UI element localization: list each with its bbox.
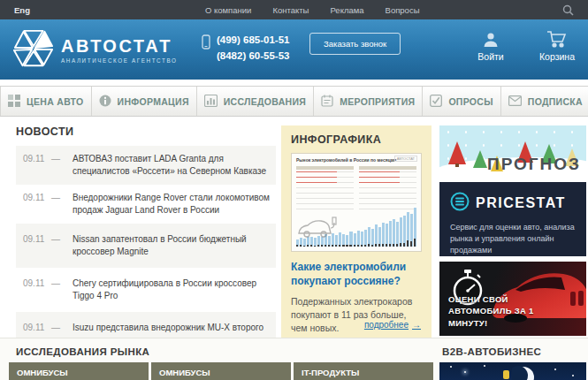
topbar-link-ads[interactable]: Реклама (330, 5, 363, 15)
infographic-image[interactable]: Рынок электромобилей в России по месяцам… (291, 153, 422, 252)
infographic-headline: Какие электромобили покупают россияне? (291, 261, 422, 288)
arrow-right-icon: → (412, 320, 421, 330)
topbar-link-contacts[interactable]: Контакты (272, 5, 309, 15)
news-link[interactable]: Nissan запатентовал в России бюджетный к… (73, 233, 271, 258)
more-link[interactable]: подробнее → (364, 320, 421, 330)
nav-item-surveys[interactable]: ОПРОСЫ (423, 87, 500, 116)
topbar-link-questions[interactable]: Вопросы (386, 5, 420, 15)
nav-label: ПОДПИСКА (528, 96, 583, 107)
news-date: 09.11 (23, 277, 51, 302)
nav-label: МЕРОПРИЯТИЯ (340, 96, 415, 107)
mini-table-new (296, 166, 354, 210)
banner-column: ПРОГНОЗ PRICESTAT Сервис для оценки авто… (439, 125, 586, 336)
mini-table-used (359, 166, 416, 210)
infographic-section: ИНФОГРАФИКА Рынок электромобилей в Росси… (281, 125, 431, 338)
nav-item-car-price[interactable]: ЦЕНА АВТО (0, 87, 92, 116)
tree-icon (473, 150, 487, 168)
language-switch[interactable]: Eng (14, 5, 30, 15)
news-row[interactable]: 09.11 — АВТОВАЗ поставит LADA Granta для… (16, 146, 276, 185)
dash: — (51, 277, 73, 302)
info-icon (99, 95, 111, 109)
cart-button[interactable]: Корзина (529, 29, 585, 62)
pricestat-banner[interactable]: PRICESTAT Сервис для оценки авто, анализ… (439, 182, 586, 256)
phone-number-1: (499) 685-01-51 (217, 33, 289, 49)
site-header: АВТОСТАТ АНАЛИТИЧЕСКОЕ АГЕНТСТВО (499) 6… (0, 19, 588, 80)
search-icon[interactable] (562, 4, 574, 16)
forecast-banner[interactable]: ПРОГНОЗ (439, 125, 586, 177)
event-icon (321, 95, 333, 109)
infographic-brand-badge: АВТОСТАТ (394, 156, 417, 162)
news-link[interactable]: АВТОВАЗ поставит LADA Granta для специал… (73, 153, 271, 178)
pricestat-description: Сервис для оценки авто, анализа рынка и … (450, 222, 576, 256)
star-icon (484, 365, 485, 367)
b2b-title: B2B-АВТОБИЗНЕС (442, 346, 541, 357)
table-header-omnibuses-1[interactable]: ОМНИБУСЫ (9, 362, 149, 380)
phone-number-2: (8482) 60-55-53 (217, 49, 289, 65)
bottom-section: ИССЛЕДОВАНИЯ РЫНКА B2B-АВТОБИЗНЕС ОМНИБУ… (0, 338, 588, 380)
dash: — (51, 192, 73, 217)
topbar-link-about[interactable]: О компании (205, 5, 251, 15)
tree-trunk (455, 163, 459, 167)
research-table-header: ОМНИБУСЫ ОМНИБУСЫ IT-ПРОДУКТЫ (9, 362, 433, 380)
main-nav: ЦЕНА АВТО ИНФОРМАЦИЯ ИССЛЕДОВАНИЯ МЕРОПР… (0, 86, 588, 117)
pricestat-logo-icon (450, 192, 470, 215)
nav-item-events[interactable]: МЕРОПРИЯТИЯ (314, 87, 423, 116)
phone-block: (499) 685-01-51 (8482) 60-55-53 (202, 33, 289, 65)
news-link[interactable]: Chery сертифицировала в России кроссовер… (73, 277, 271, 302)
grid-icon (8, 95, 20, 109)
forecast-label: ПРОГНОЗ (487, 155, 581, 174)
login-label: Войти (462, 51, 519, 62)
dash: — (51, 153, 73, 178)
estimate-label: ОЦЕНИ СВОЙ АВТОМОБИЛЬ ЗА 1 МИНУТУ! (448, 293, 554, 330)
mini-tables (296, 166, 416, 210)
nav-label: ИНФОРМАЦИЯ (118, 96, 189, 107)
news-title: НОВОСТИ (16, 125, 276, 138)
news-row[interactable]: 09.11 — Nissan запатентовал в России бюд… (16, 224, 276, 268)
checkbox-icon (430, 95, 442, 109)
topbar-links: О компании Контакты Реклама Вопросы (205, 5, 419, 15)
logo-hexagon-icon (13, 28, 54, 72)
login-button[interactable]: Войти (462, 29, 519, 62)
nav-label: ИССЛЕДОВАНИЯ (224, 96, 306, 107)
news-date: 09.11 (23, 192, 51, 217)
news-row[interactable]: 09.11 — Chery сертифицировала в России к… (16, 268, 276, 312)
cart-icon (529, 29, 585, 49)
star-icon (554, 369, 556, 370)
nav-item-research[interactable]: ИССЛЕДОВАНИЯ (197, 87, 314, 116)
table-header-it-products[interactable]: IT-ПРОДУКТЫ (294, 362, 433, 380)
envelope-icon (508, 95, 522, 108)
pricestat-title: PRICESTAT (476, 195, 566, 211)
news-row[interactable]: 09.11 — Внедорожники Range Rover стали л… (16, 185, 276, 224)
crescent-moon-icon (512, 364, 535, 380)
phone-icon (202, 34, 210, 53)
bar-chart-icon (204, 95, 218, 109)
news-link[interactable]: Внедорожники Range Rover стали локомотив… (73, 192, 271, 217)
tree-icon (448, 141, 466, 164)
news-date: 09.11 (23, 233, 51, 258)
cart-label: Корзина (529, 51, 585, 62)
star-icon (572, 375, 574, 376)
star-icon (450, 366, 452, 368)
table-header-omnibuses-2[interactable]: ОМНИБУСЫ (151, 362, 291, 380)
nav-item-subscription[interactable]: ПОДПИСКА (501, 87, 588, 116)
figure-icon (503, 370, 509, 379)
star-icon (464, 371, 466, 373)
order-call-button[interactable]: Заказать звонок (309, 33, 401, 55)
top-utility-bar: Eng О компании Контакты Реклама Вопросы (0, 0, 588, 19)
nav-label: ОПРОСЫ (448, 96, 493, 107)
estimate-banner[interactable]: ОЦЕНИ СВОЙ АВТОМОБИЛЬ ЗА 1 МИНУТУ! (439, 262, 586, 336)
nav-label: ЦЕНА АВТО (27, 96, 84, 107)
user-icon (462, 29, 519, 49)
nav-item-information[interactable]: ИНФОРМАЦИЯ (92, 87, 197, 116)
autostat-logo[interactable]: АВТОСТАТ АНАЛИТИЧЕСКОЕ АГЕНТСТВО (13, 28, 178, 72)
infographic-title: ИНФОГРАФИКА (291, 133, 422, 146)
logo-title: АВТОСТАТ (61, 37, 178, 55)
news-date: 09.11 (23, 153, 51, 178)
logo-subtitle: АНАЛИТИЧЕСКОЕ АГЕНТСТВО (61, 57, 178, 64)
ev-car-sketch-icon (297, 216, 338, 239)
dash: — (51, 233, 73, 258)
b2b-banner[interactable] (439, 362, 586, 380)
market-research-title: ИССЛЕДОВАНИЯ РЫНКА (16, 346, 149, 357)
